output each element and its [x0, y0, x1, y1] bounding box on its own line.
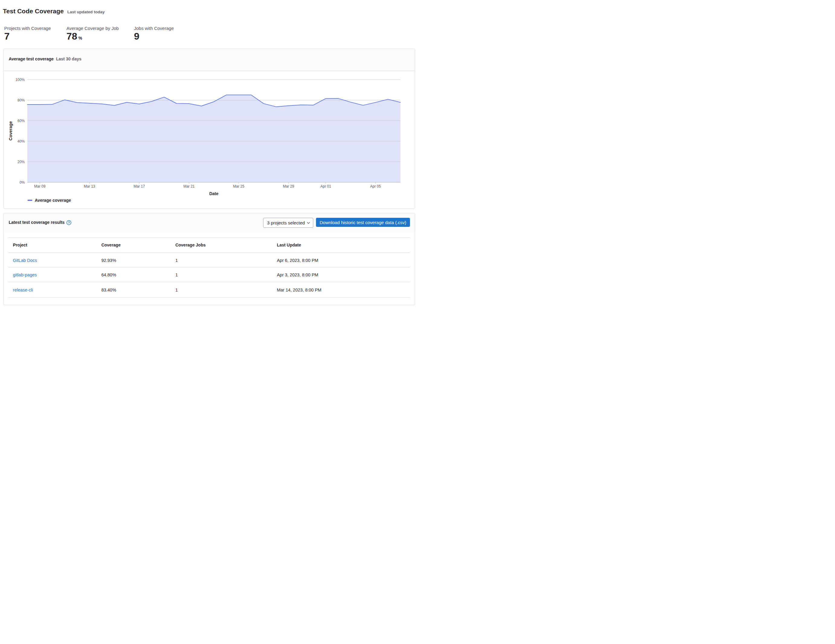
svg-text:?: ?	[68, 221, 70, 224]
